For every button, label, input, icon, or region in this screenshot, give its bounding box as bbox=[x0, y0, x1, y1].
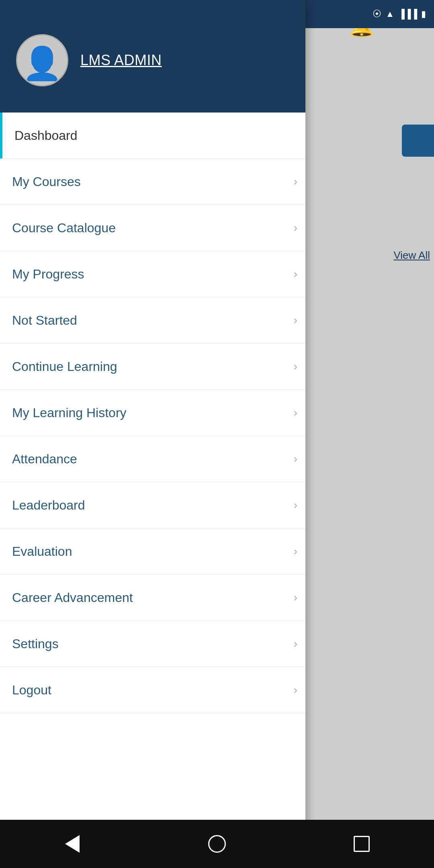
view-all-link[interactable]: View All bbox=[393, 249, 430, 262]
android-nav-bar bbox=[0, 820, 434, 868]
nav-item-leaderboard[interactable]: Leaderboard › bbox=[0, 482, 305, 528]
home-button[interactable] bbox=[201, 828, 233, 860]
chevron-right-icon: › bbox=[294, 268, 297, 280]
chevron-right-icon: › bbox=[294, 684, 297, 696]
recents-icon bbox=[354, 836, 370, 852]
data-icon: ⦿ bbox=[373, 9, 381, 19]
chevron-right-icon: › bbox=[294, 452, 297, 465]
nav-item-settings[interactable]: Settings › bbox=[0, 621, 305, 667]
avatar[interactable]: 👤 bbox=[16, 34, 68, 86]
nav-item-dashboard[interactable]: Dashboard bbox=[0, 113, 305, 159]
nav-item-course-catalogue[interactable]: Course Catalogue › bbox=[0, 205, 305, 251]
nav-item-continue-learning[interactable]: Continue Learning › bbox=[0, 344, 305, 390]
wifi-icon: ▲ bbox=[385, 9, 394, 19]
chevron-right-icon: › bbox=[294, 406, 297, 419]
nav-item-attendance[interactable]: Attendance › bbox=[0, 436, 305, 482]
chevron-right-icon: › bbox=[294, 221, 297, 234]
user-name-label[interactable]: LMS ADMIN bbox=[80, 52, 162, 69]
nav-item-my-progress[interactable]: My Progress › bbox=[0, 251, 305, 297]
back-button[interactable] bbox=[56, 828, 88, 860]
chevron-right-icon: › bbox=[294, 499, 297, 512]
nav-item-my-courses[interactable]: My Courses › bbox=[0, 159, 305, 205]
drawer-header: 👤 LMS ADMIN bbox=[0, 0, 305, 113]
chevron-right-icon: › bbox=[294, 360, 297, 373]
chevron-right-icon: › bbox=[294, 637, 297, 650]
back-icon bbox=[65, 835, 80, 853]
navigation-drawer: 👤 LMS ADMIN Dashboard My Courses › Cours… bbox=[0, 0, 305, 868]
recents-button[interactable] bbox=[346, 828, 378, 860]
status-icons: ⦿ ▲ ▐▐▐ ▮ bbox=[373, 9, 426, 19]
nav-list: Dashboard My Courses › Course Catalogue … bbox=[0, 113, 305, 713]
battery-icon: ▮ bbox=[421, 9, 426, 19]
chevron-right-icon: › bbox=[294, 175, 297, 188]
chevron-right-icon: › bbox=[294, 314, 297, 327]
avatar-icon: 👤 bbox=[22, 45, 62, 82]
signal-icon: ▐▐▐ bbox=[398, 9, 417, 19]
chevron-right-icon: › bbox=[294, 545, 297, 558]
chevron-right-icon: › bbox=[294, 591, 297, 604]
nav-item-evaluation[interactable]: Evaluation › bbox=[0, 528, 305, 575]
nav-item-not-started[interactable]: Not Started › bbox=[0, 297, 305, 344]
nav-item-my-learning-history[interactable]: My Learning History › bbox=[0, 390, 305, 436]
nav-item-logout[interactable]: Logout › bbox=[0, 667, 305, 713]
right-action-button[interactable] bbox=[402, 125, 434, 157]
nav-item-career-advancement[interactable]: Career Advancement › bbox=[0, 575, 305, 621]
home-icon bbox=[208, 835, 226, 853]
